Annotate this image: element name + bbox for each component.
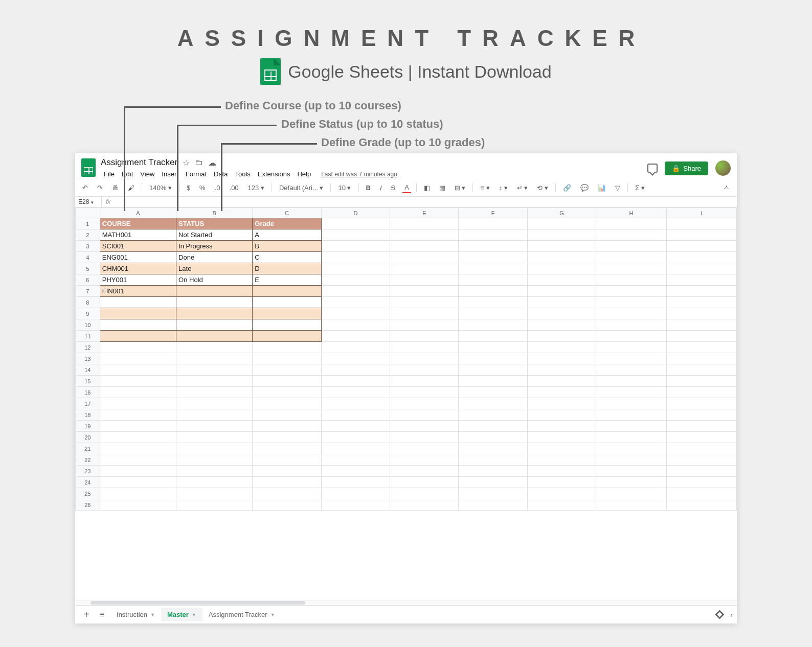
cell[interactable]: D [253,263,321,274]
cell[interactable] [176,308,253,319]
menu-extensions[interactable]: Extensions [255,169,294,179]
cell[interactable]: Done [176,252,253,263]
bold-button[interactable]: B [364,183,373,193]
column-header[interactable]: B [176,208,253,218]
cloud-status-icon[interactable]: ☁ [208,158,216,168]
column-header[interactable]: F [459,208,527,218]
cell[interactable] [100,297,176,308]
account-avatar[interactable] [715,160,731,176]
explore-button[interactable] [715,610,724,619]
row-header[interactable]: 26 [76,499,100,511]
row-header[interactable]: 13 [76,353,100,364]
cell[interactable]: Not Started [176,229,253,241]
halign-button[interactable]: ≡ ▾ [478,183,491,193]
cell[interactable]: PHY001 [100,274,176,286]
row-header[interactable]: 12 [76,342,100,353]
percent-button[interactable]: % [197,183,208,193]
spreadsheet-grid[interactable]: ABCDEFGHI1COURSESTATUSGrade2MATH001Not S… [75,207,737,600]
borders-button[interactable]: ▦ [437,183,447,193]
row-header[interactable]: 20 [76,432,100,443]
column-header[interactable]: H [596,208,666,218]
cell[interactable] [176,286,253,297]
undo-button[interactable]: ↶ [80,183,90,193]
redo-button[interactable]: ↷ [95,183,105,193]
functions-button[interactable]: Σ ▾ [633,183,647,193]
wrap-button[interactable]: ↵ ▾ [515,183,530,193]
cell[interactable]: C [253,252,321,263]
valign-button[interactable]: ↕ ▾ [497,183,510,193]
row-header[interactable]: 24 [76,477,100,488]
row-header[interactable]: 1 [76,218,100,229]
cell[interactable] [176,297,253,308]
row-header[interactable]: 11 [76,331,100,342]
cell[interactable]: SCI001 [100,241,176,252]
row-header[interactable]: 23 [76,466,100,477]
cell[interactable] [100,331,176,342]
row-header[interactable]: 15 [76,376,100,387]
strike-button[interactable]: S [389,183,398,193]
comment-button[interactable]: 💬 [578,183,591,193]
row-header[interactable]: 21 [76,443,100,454]
cell[interactable] [253,286,321,297]
sheet-tab[interactable]: Assignment Tracker▼ [202,608,281,621]
chevron-down-icon[interactable]: ▼ [192,612,196,617]
chevron-down-icon[interactable]: ▼ [150,612,155,617]
text-color-button[interactable]: A [402,182,411,193]
cell[interactable] [253,331,321,342]
row-header[interactable]: 10 [76,319,100,331]
merge-button[interactable]: ⊟ ▾ [453,183,468,193]
column-header[interactable]: D [321,208,390,218]
cell[interactable] [253,297,321,308]
sheet-tab[interactable]: Instruction▼ [110,608,161,621]
share-button[interactable]: 🔒 Share [665,161,708,175]
chevron-down-icon[interactable]: ▼ [270,612,275,617]
sheet-tab[interactable]: Master▼ [161,608,202,621]
add-sheet-button[interactable]: + [79,609,94,620]
row-header[interactable]: 19 [76,421,100,432]
cell[interactable] [176,331,253,342]
corner-cell[interactable] [76,208,100,218]
row-header[interactable]: 4 [76,252,100,263]
horizontal-scrollbar[interactable] [75,600,737,605]
menu-tools[interactable]: Tools [232,169,253,179]
row-header[interactable]: 9 [76,308,100,319]
cell[interactable]: ENG001 [100,252,176,263]
currency-button[interactable]: $ [185,183,192,193]
row-header[interactable]: 8 [76,297,100,308]
cell[interactable]: Grade [253,218,321,229]
cell[interactable]: CHM001 [100,263,176,274]
cell[interactable] [176,319,253,331]
fill-color-button[interactable]: ◧ [422,183,432,193]
link-button[interactable]: 🔗 [561,183,573,193]
move-folder-icon[interactable]: 🗀 [195,158,203,167]
row-header[interactable]: 2 [76,229,100,241]
column-header[interactable]: C [253,208,321,218]
cell[interactable] [253,319,321,331]
star-icon[interactable]: ☆ [183,158,190,168]
cell[interactable]: Late [176,263,253,274]
row-header[interactable]: 17 [76,398,100,409]
filter-button[interactable]: ▽ [613,183,622,193]
print-button[interactable]: 🖶 [110,183,121,193]
cell[interactable]: MATH001 [100,229,176,241]
column-header[interactable]: A [100,208,176,218]
row-header[interactable]: 16 [76,387,100,398]
row-header[interactable]: 3 [76,241,100,252]
cell[interactable]: A [253,229,321,241]
row-header[interactable]: 22 [76,454,100,466]
all-sheets-button[interactable]: ≡ [96,610,108,619]
document-title[interactable]: Assignment Tracker [101,157,177,168]
row-header[interactable]: 5 [76,263,100,274]
last-edit-link[interactable]: Last edit was 7 minutes ago [318,170,400,179]
sheets-logo-icon[interactable] [81,158,96,177]
row-header[interactable]: 6 [76,274,100,286]
cell[interactable]: E [253,274,321,286]
cell[interactable] [100,319,176,331]
side-panel-toggle[interactable]: ‹ [730,611,733,619]
zoom-select[interactable]: 140% ▾ [147,183,174,193]
more-formats-button[interactable]: 123 ▾ [246,183,266,193]
cell[interactable]: In Progress [176,241,253,252]
row-header[interactable]: 18 [76,409,100,421]
cell[interactable] [100,308,176,319]
increase-decimal-button[interactable]: .00 [228,183,241,193]
